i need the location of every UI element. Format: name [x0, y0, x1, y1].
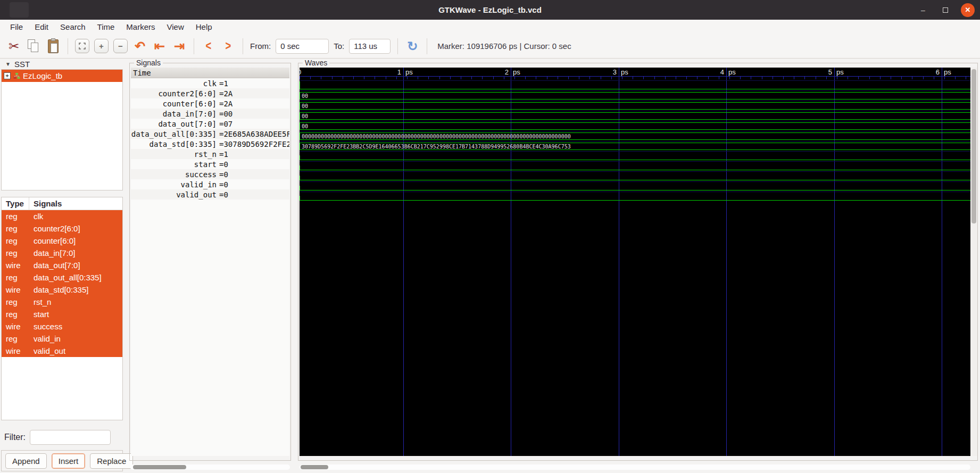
- wave-row-valid-in[interactable]: [300, 181, 970, 192]
- signal-row[interactable]: data_out_all[0:335]=2E685A638ADEE5FCD: [131, 129, 289, 139]
- cut-icon[interactable]: ✂: [6, 38, 21, 54]
- menu-search[interactable]: Search: [54, 21, 92, 33]
- table-row[interactable]: regstart: [2, 308, 122, 320]
- window-title: GTKWave - EzLogic_tb.vcd: [438, 5, 542, 14]
- close-button[interactable]: ✕: [961, 3, 975, 17]
- paste-icon[interactable]: [46, 38, 61, 54]
- signals-hscrollbar-handle[interactable]: [133, 465, 186, 469]
- tree-expand-icon[interactable]: +: [4, 72, 11, 79]
- signal-type-table: Type Signals regclk regcounter2[6:0] reg…: [1, 197, 123, 420]
- table-row[interactable]: wiredata_out[7:0]: [2, 259, 122, 271]
- wave-row-rst-n[interactable]: [300, 151, 970, 161]
- table-row[interactable]: regrst_n: [2, 296, 122, 308]
- replace-button[interactable]: Replace: [90, 453, 133, 469]
- signal-name: success: [29, 322, 62, 331]
- wave-canvas[interactable]: 0 1ps 2ps 3ps 4ps 5ps 6ps 00 00 00 00 00…: [300, 68, 970, 456]
- signal-row-value: =2E685A638ADEE5FCD: [217, 130, 289, 138]
- signal-row[interactable]: data_out[7:0]=07: [131, 119, 289, 129]
- signal-name: start: [29, 310, 49, 319]
- toolbar-separator: [427, 38, 427, 54]
- wave-row-data-out[interactable]: 00: [300, 121, 970, 131]
- maximize-button[interactable]: [939, 3, 952, 17]
- toolbar: ✂ + − ↶ ⇤ ⇥ < > From: To: ↻ Marker: 1091…: [0, 34, 980, 59]
- table-row[interactable]: regcounter[6:0]: [2, 235, 122, 247]
- signal-row-name: data_in[7:0]: [131, 110, 217, 118]
- signal-name: data_in[7:0]: [29, 248, 75, 258]
- wave-row-start[interactable]: [300, 161, 970, 171]
- table-row[interactable]: wiresuccess: [2, 320, 122, 333]
- wave-row-data-in[interactable]: 00: [300, 111, 970, 121]
- signal-row[interactable]: start=0: [131, 159, 289, 169]
- signal-row[interactable]: valid_out=0: [131, 189, 289, 200]
- signal-type: reg: [2, 224, 29, 233]
- signal-row[interactable]: data_std[0:335]=30789D5692F2FE23B: [131, 139, 289, 149]
- signal-row-value: =00: [217, 110, 232, 118]
- table-row[interactable]: wirevalid_out: [2, 345, 122, 357]
- zoom-fit-icon[interactable]: [75, 39, 89, 53]
- table-row[interactable]: regdata_in[7:0]: [2, 247, 122, 259]
- reload-icon[interactable]: ↻: [405, 38, 420, 54]
- table-row[interactable]: regdata_out_all[0:335]: [2, 271, 122, 284]
- signal-row-name: counter[6:0]: [131, 99, 217, 108]
- table-row[interactable]: regclk: [2, 210, 122, 222]
- signal-row[interactable]: success=0: [131, 169, 289, 179]
- from-input[interactable]: [276, 39, 329, 54]
- wave-row-data-out-all[interactable]: 0000000000000000000000000000000000000000…: [300, 131, 970, 141]
- signal-row[interactable]: rst_n=1: [131, 149, 289, 159]
- menu-time[interactable]: Time: [92, 21, 121, 33]
- table-row[interactable]: regvalid_in: [2, 333, 122, 345]
- waves-vscrollbar-handle[interactable]: [971, 69, 976, 223]
- actions-bar: Append Insert Replace: [1, 450, 123, 471]
- wave-row-counter2[interactable]: 00: [300, 90, 970, 101]
- minimize-button[interactable]: –: [916, 3, 930, 17]
- signal-row[interactable]: counter[6:0]=2A: [131, 98, 289, 109]
- sst-expander-icon[interactable]: ▼: [5, 61, 11, 67]
- wave-row-valid-out[interactable]: [300, 192, 970, 202]
- signal-type: wire: [2, 346, 29, 355]
- copy-icon[interactable]: [26, 38, 41, 54]
- type-column-header[interactable]: Type: [2, 197, 29, 210]
- wave-row-data-std[interactable]: 30789D5692F2FE23BB2C5D9E16406653B6CB217C…: [300, 141, 970, 151]
- shift-right-icon[interactable]: >: [222, 38, 234, 54]
- zoom-in-icon[interactable]: +: [94, 39, 109, 53]
- waves-vscrollbar[interactable]: [970, 68, 977, 456]
- waves-hscrollbar[interactable]: [300, 464, 970, 470]
- filter-input[interactable]: [30, 430, 111, 445]
- zoom-to-end-icon[interactable]: ⇥: [172, 38, 187, 54]
- signals-column-header[interactable]: Signals: [29, 199, 62, 208]
- zoom-undo-icon[interactable]: ↶: [132, 38, 147, 54]
- to-input[interactable]: [349, 39, 391, 54]
- signal-row[interactable]: valid_in=0: [131, 179, 289, 189]
- menu-view[interactable]: View: [161, 21, 190, 33]
- zoom-to-start-icon[interactable]: ⇤: [152, 38, 167, 54]
- menu-help[interactable]: Help: [190, 21, 218, 33]
- wave-row-counter[interactable]: 00: [300, 101, 970, 111]
- signal-name: clk: [29, 212, 43, 221]
- signals-panel-title: Signals: [134, 59, 163, 67]
- signal-row[interactable]: clk=1: [131, 78, 289, 88]
- app-icon: [10, 2, 29, 18]
- signal-type: reg: [2, 236, 29, 245]
- append-button[interactable]: Append: [5, 453, 47, 469]
- table-row[interactable]: wiredata_std[0:335]: [2, 284, 122, 296]
- signal-row-name: success: [131, 170, 217, 179]
- signal-row[interactable]: data_in[7:0]=00: [131, 109, 289, 119]
- menu-file[interactable]: File: [4, 21, 29, 33]
- waves-hscrollbar-handle[interactable]: [301, 465, 328, 469]
- wave-row-success[interactable]: [300, 171, 970, 181]
- time-header[interactable]: Time: [131, 68, 289, 78]
- shift-left-icon[interactable]: <: [203, 38, 214, 54]
- signal-row[interactable]: counter2[6:0]=2A: [131, 88, 289, 98]
- signals-hscrollbar[interactable]: [130, 464, 290, 470]
- zoom-out-icon[interactable]: −: [113, 39, 128, 53]
- table-row[interactable]: regcounter2[6:0]: [2, 222, 122, 235]
- menu-edit[interactable]: Edit: [29, 21, 54, 33]
- signal-type: reg: [2, 248, 29, 258]
- signal-type: reg: [2, 212, 29, 221]
- tree-item-ezlogic-tb[interactable]: + EzLogic_tb: [2, 70, 122, 82]
- insert-button[interactable]: Insert: [52, 453, 86, 469]
- wave-row-clk[interactable]: [300, 80, 970, 90]
- menu-markers[interactable]: Markers: [120, 21, 161, 33]
- sst-section-header[interactable]: ▼ SST: [5, 60, 30, 69]
- marker-cursor-status: Marker: 109196706 ps | Cursor: 0 sec: [437, 42, 571, 51]
